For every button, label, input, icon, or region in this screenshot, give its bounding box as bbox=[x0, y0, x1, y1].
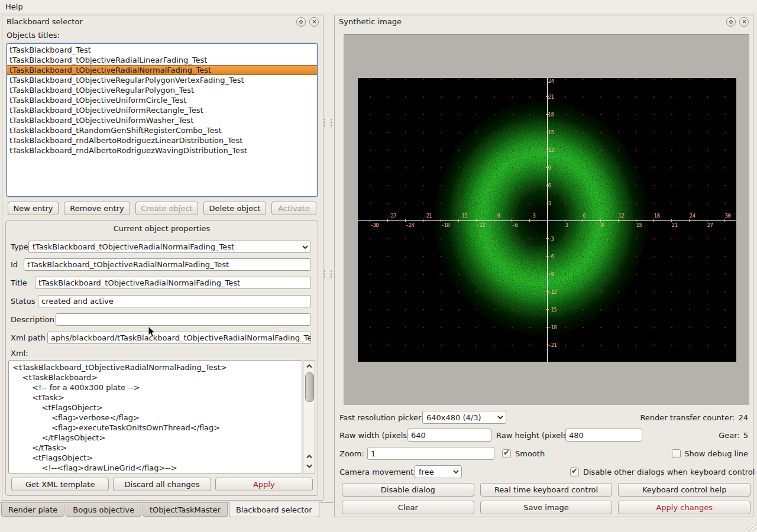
list-item[interactable]: tTaskBlackboard_tRandomGenShiftRegisterC… bbox=[7, 125, 317, 135]
fast-resolution-select[interactable]: 640x480 (4/3) bbox=[422, 411, 506, 424]
grid-dot bbox=[654, 79, 655, 80]
x-axis-tick-label: -15 bbox=[459, 213, 468, 219]
id-field[interactable]: tTaskBlackboard_tObjectiveRadialNormalFa… bbox=[24, 258, 311, 271]
resize-grip-icon[interactable] bbox=[746, 523, 756, 531]
list-item[interactable]: tTaskBlackboard_rndAlbertoRodriguezWavin… bbox=[7, 145, 317, 155]
description-field[interactable] bbox=[56, 313, 311, 326]
zoom-field[interactable]: 1 bbox=[367, 447, 494, 460]
list-item[interactable]: tTaskBlackboard_tObjectiveRadialNormalFa… bbox=[7, 65, 317, 75]
grid-dot bbox=[600, 238, 601, 239]
menu-help[interactable]: Help bbox=[0, 0, 28, 13]
mouse-cursor-icon bbox=[148, 326, 156, 339]
grid-dot bbox=[565, 167, 566, 168]
title-field-value: tTaskBlackboard_tObjectiveRadialNormalFa… bbox=[38, 278, 240, 287]
clear-button[interactable]: Clear bbox=[342, 501, 474, 514]
raw-width-field[interactable]: 640 bbox=[407, 429, 491, 442]
grid-dot bbox=[458, 185, 460, 186]
splitter-handle[interactable] bbox=[323, 118, 326, 128]
disable-other-dialogs-checkbox[interactable] bbox=[570, 468, 579, 476]
real-time-keyboard-control-button[interactable]: Real time keyboard control bbox=[480, 483, 613, 497]
xml-path-field[interactable]: aphs/blackboard/tTaskBlackboard_tObjecti… bbox=[47, 332, 311, 344]
grid-dot bbox=[671, 274, 672, 275]
camera-movement-label: Camera movement: bbox=[339, 465, 416, 478]
grid-dot bbox=[618, 96, 619, 98]
tab-render-plate[interactable]: Render plate bbox=[1, 503, 64, 517]
list-item[interactable]: tTaskBlackboard_tObjectiveUniformCircle_… bbox=[7, 95, 317, 105]
grid-dot bbox=[441, 79, 442, 80]
chevron-down-icon[interactable] bbox=[305, 462, 313, 470]
objects-list[interactable]: tTaskBlackboard_TesttTaskBlackboard_tObj… bbox=[7, 43, 318, 197]
grid-dot bbox=[654, 96, 655, 98]
synthetic-image[interactable]: -30-27-24-21-18-15-12-9-6-33691215182124… bbox=[358, 78, 736, 362]
xml-editor[interactable]: <tTaskBlackboard_tObjectiveRadialNormalF… bbox=[8, 360, 315, 474]
grid-dot bbox=[387, 203, 389, 204]
list-item[interactable]: tTaskBlackboard_tObjectiveUniformRectang… bbox=[7, 105, 317, 115]
tab-tobjecttaskmaster[interactable]: tObjectTaskMaster bbox=[143, 503, 228, 517]
title-field[interactable]: tTaskBlackboard_tObjectiveRadialNormalFa… bbox=[35, 277, 311, 289]
grid-dot bbox=[707, 150, 708, 151]
xml-editor-content[interactable]: <tTaskBlackboard_tObjectiveRadialNormalF… bbox=[8, 360, 302, 474]
grid-dot bbox=[565, 203, 566, 204]
raw-height-label: Raw height (pixels): bbox=[496, 429, 572, 442]
list-item[interactable]: tTaskBlackboard_rndAlbertoRodriguezLinea… bbox=[7, 135, 317, 145]
list-item[interactable]: tTaskBlackboard_tObjectiveRegularPolygon… bbox=[7, 85, 317, 95]
x-axis-tick-label: -6 bbox=[512, 223, 518, 228]
apply-button[interactable]: Apply bbox=[215, 478, 313, 491]
grid-dot bbox=[370, 96, 371, 98]
remove-entry-button[interactable]: Remove entry bbox=[64, 202, 130, 215]
float-panel-icon[interactable] bbox=[726, 17, 736, 27]
close-panel-icon[interactable] bbox=[309, 17, 319, 27]
splitter-handle[interactable] bbox=[330, 270, 332, 279]
grid-dot bbox=[689, 256, 690, 257]
grid-dot bbox=[654, 309, 655, 310]
grid-dot bbox=[370, 238, 371, 239]
splitter-handle[interactable] bbox=[330, 118, 332, 128]
grid-dot bbox=[636, 96, 637, 98]
discard-all-changes-button[interactable]: Discard all changes bbox=[113, 478, 211, 491]
grid-dot bbox=[387, 79, 389, 80]
delete-object-button[interactable]: Delete object bbox=[203, 202, 266, 215]
save-image-button[interactable]: Save image bbox=[480, 501, 613, 514]
list-item[interactable]: tTaskBlackboard_tObjectiveRegularPolygon… bbox=[7, 75, 317, 85]
grid-dot bbox=[494, 132, 495, 133]
smooth-checkbox[interactable] bbox=[502, 449, 511, 458]
raw-height-field[interactable]: 480 bbox=[565, 429, 642, 442]
keyboard-control-help-button[interactable]: Keyboard control help bbox=[618, 483, 750, 497]
tab-bogus-objective[interactable]: Bogus objective bbox=[66, 503, 141, 517]
xml-scrollbar[interactable] bbox=[303, 360, 315, 474]
grid-dot bbox=[600, 150, 601, 151]
grid-dot bbox=[600, 274, 601, 275]
list-item[interactable]: tTaskBlackboard_tObjectiveRadialLinearFa… bbox=[7, 55, 317, 65]
type-select[interactable]: tTaskBlackboard_tObjectiveRadialNormalFa… bbox=[28, 241, 311, 253]
grid-dot bbox=[600, 203, 601, 204]
x-axis-tick-label: -27 bbox=[388, 213, 397, 219]
grid-dot bbox=[423, 150, 424, 151]
grid-dot bbox=[458, 79, 460, 80]
chevron-up-icon[interactable] bbox=[305, 452, 313, 460]
apply-changes-button[interactable]: Apply changes bbox=[618, 501, 750, 514]
list-item[interactable]: tTaskBlackboard_Test bbox=[7, 45, 317, 55]
chevron-up-icon[interactable] bbox=[305, 362, 313, 370]
get-xml-template-button[interactable]: Get XML template bbox=[11, 478, 109, 491]
grid-dot bbox=[689, 274, 690, 275]
scrollbar-thumb[interactable] bbox=[305, 372, 314, 402]
status-field[interactable]: created and active bbox=[38, 295, 311, 307]
new-entry-button[interactable]: New entry bbox=[8, 202, 59, 215]
splitter-handle[interactable] bbox=[323, 270, 326, 279]
show-debug-line-checkbox[interactable] bbox=[672, 449, 681, 458]
list-item[interactable]: tTaskBlackboard_tObjectiveUniformWasher_… bbox=[7, 115, 317, 125]
grid-dot bbox=[654, 345, 655, 346]
close-panel-icon[interactable] bbox=[739, 17, 749, 27]
tab-blackboard-selector[interactable]: Blackboard selector bbox=[229, 502, 319, 517]
grid-dot bbox=[529, 79, 530, 80]
grid-dot bbox=[724, 274, 726, 275]
camera-movement-select[interactable]: free bbox=[415, 465, 462, 478]
x-axis-tick bbox=[387, 219, 388, 222]
disable-dialog-button[interactable]: Disable dialog bbox=[342, 483, 474, 497]
float-panel-icon[interactable] bbox=[296, 17, 306, 27]
grid-dot bbox=[618, 185, 619, 186]
current-object-properties-group: Current object properties Type tTaskBlac… bbox=[5, 220, 318, 496]
grid-dot bbox=[476, 238, 477, 239]
grid-dot bbox=[387, 167, 389, 168]
grid-dot bbox=[724, 79, 726, 80]
